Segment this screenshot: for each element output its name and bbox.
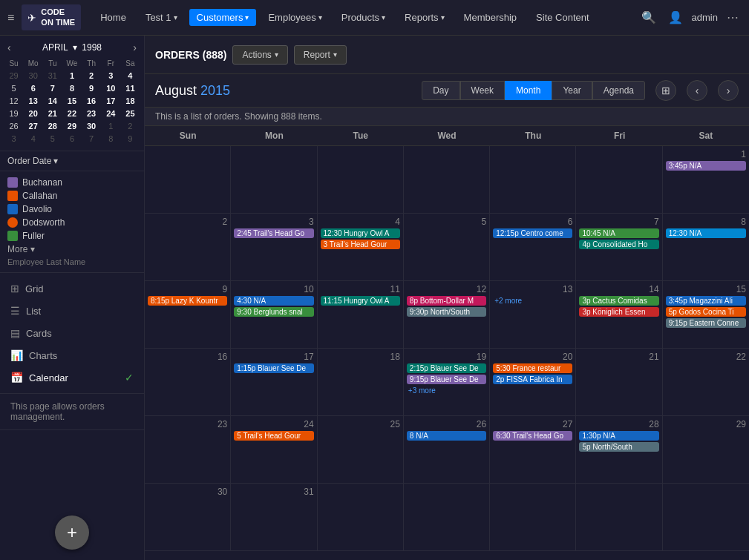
cal-more-19[interactable]: +3 more [407,386,486,395]
mini-cal-day[interactable]: 24 [102,108,120,119]
legend-item-dodsworth[interactable]: Dodsworth [7,216,137,229]
mini-cal-day[interactable]: 25 [121,108,140,119]
cal-event[interactable]: 10:45 N/A [579,228,658,238]
mini-cal-day[interactable]: 1 [62,70,81,82]
mini-cal-day[interactable]: 6 [24,82,42,94]
nav-test1[interactable]: Test 1 [138,9,185,26]
mini-cal-day[interactable]: 2 [121,120,140,132]
user-icon[interactable]: 👤 [665,7,686,27]
actions-button[interactable]: Actions ▾ [232,45,287,65]
mini-cal-prev[interactable]: ‹ [4,42,14,53]
legend-item-fuller[interactable]: Fuller [7,229,137,243]
mini-cal-day[interactable]: 3 [4,133,23,145]
sidebar-item-charts[interactable]: 📊 Charts [0,344,144,366]
cal-event[interactable]: 9:15p Eastern Conne [666,318,746,328]
nav-customers[interactable]: Customers [189,9,257,26]
cal-event[interactable]: 1:30p N/A [579,431,658,441]
cal-event[interactable]: 9:30 Berglunds snal [234,307,313,317]
cal-event[interactable]: 2p FISSA Fabrica In [493,375,572,384]
mini-cal-day[interactable]: 8 [102,133,120,145]
report-button[interactable]: Report ▾ [294,45,347,65]
nav-home[interactable]: Home [93,9,134,26]
mini-cal-day[interactable]: 21 [43,108,62,119]
cal-event[interactable]: 4:30 N/A [234,296,313,306]
view-tab-week[interactable]: Week [460,81,505,100]
cal-event[interactable]: 5:30 France restaur [493,363,572,373]
legend-more-btn[interactable]: More ▾ [7,243,137,256]
mini-cal-day[interactable]: 22 [62,108,81,119]
mini-cal-day[interactable]: 9 [121,133,140,145]
mini-cal-day[interactable]: 30 [82,120,101,132]
view-tab-month[interactable]: Month [505,81,552,100]
cal-event[interactable]: 1:15p Blauer See De [234,363,313,373]
calendar-grid-icon[interactable]: ⊞ [655,80,676,101]
mini-cal-day[interactable]: 6 [62,133,81,145]
mini-cal-day[interactable]: 4 [24,133,42,145]
mini-cal-day[interactable]: 7 [82,133,101,145]
cal-event[interactable]: 12:30 Hungry Owl A [321,228,400,238]
mini-cal-day[interactable]: 23 [82,108,101,119]
legend-item-callahan[interactable]: Callahan [7,189,137,202]
cal-event[interactable]: 6:30 Trail's Head Go [493,431,572,441]
nav-membership[interactable]: Membership [457,9,525,26]
mini-cal-day[interactable]: 19 [4,108,23,119]
mini-cal-day[interactable]: 11 [121,82,140,94]
sidebar-item-cards[interactable]: ▤ Cards [0,322,144,344]
mini-cal-day[interactable]: 28 [43,120,62,132]
sidebar-item-calendar[interactable]: 📅 Calendar ✓ [0,366,144,389]
cal-event[interactable]: 4p Consolidated Ho [579,240,658,249]
cal-event[interactable]: 8p Bottom-Dollar M [407,296,486,306]
mini-cal-day[interactable]: 9 [82,82,101,94]
mini-cal-day[interactable]: 17 [102,95,120,107]
mini-cal-day[interactable]: 16 [82,95,101,107]
legend-item-buchanan[interactable]: Buchanan [7,176,137,189]
cal-event[interactable]: 5p North/South [579,442,658,452]
mini-cal-day[interactable]: 15 [62,95,81,107]
mini-cal-day[interactable]: 26 [4,120,23,132]
cal-event[interactable]: 9:15p Blauer See De [407,375,486,384]
search-icon[interactable]: 🔍 [638,7,659,27]
cal-event[interactable]: 8 N/A [407,431,486,441]
calendar-next-btn[interactable]: › [718,80,739,101]
view-tab-day[interactable]: Day [422,81,459,100]
cal-event[interactable]: 8:15p Lazy K Kountr [148,296,227,306]
mini-cal-day[interactable]: 14 [43,95,62,107]
cal-event[interactable]: 12:30 N/A [666,228,746,238]
cal-event[interactable]: 3 Trail's Head Gour [321,240,400,249]
mini-cal-day[interactable]: 1 [102,120,120,132]
mini-cal-day[interactable]: 29 [62,120,81,132]
mini-cal-day[interactable]: 29 [4,70,23,82]
cal-event[interactable]: 2:15p Blauer See De [407,363,486,373]
nav-site-content[interactable]: Site Content [529,9,597,26]
mini-cal-day[interactable]: 10 [102,82,120,94]
nav-products[interactable]: Products [334,9,393,26]
mini-cal-day[interactable]: 27 [24,120,42,132]
mini-cal-day[interactable]: 5 [43,133,62,145]
mini-cal-day[interactable]: 3 [102,70,120,82]
order-date-btn[interactable]: Order Date ▾ [7,156,137,166]
sidebar-item-list[interactable]: ☰ List [0,300,144,322]
cal-event[interactable]: 11:15 Hungry Owl A [321,296,400,306]
more-icon[interactable]: ⋯ [724,7,742,27]
cal-event[interactable]: 5 Trail's Head Gour [234,431,313,441]
mini-cal-next[interactable]: › [130,42,140,53]
cal-event[interactable]: 3p Königlich Essen [579,307,658,317]
cal-event[interactable]: 3:45p Magazzini Ali [666,296,746,306]
mini-cal-day[interactable]: 2 [82,70,101,82]
sidebar-item-grid[interactable]: ⊞ Grid [0,277,144,300]
cal-more-13[interactable]: +2 more [493,296,572,306]
cal-event[interactable]: 3:45p N/A [666,161,746,171]
legend-item-davolio[interactable]: Davolio [7,202,137,216]
mini-cal-day[interactable]: 7 [43,82,62,94]
view-tab-agenda[interactable]: Agenda [592,81,645,100]
mini-cal-day[interactable]: 30 [24,70,42,82]
mini-cal-day[interactable]: 12 [4,95,23,107]
mini-cal-day[interactable]: 18 [121,95,140,107]
mini-cal-day[interactable]: 13 [24,95,42,107]
mini-cal-day[interactable]: 8 [62,82,81,94]
nav-reports[interactable]: Reports [397,9,452,26]
mini-cal-day[interactable]: 4 [121,70,140,82]
fab-button[interactable]: + [55,515,89,550]
cal-event[interactable]: 9:30p North/South [407,307,486,317]
mini-cal-day[interactable]: 20 [24,108,42,119]
